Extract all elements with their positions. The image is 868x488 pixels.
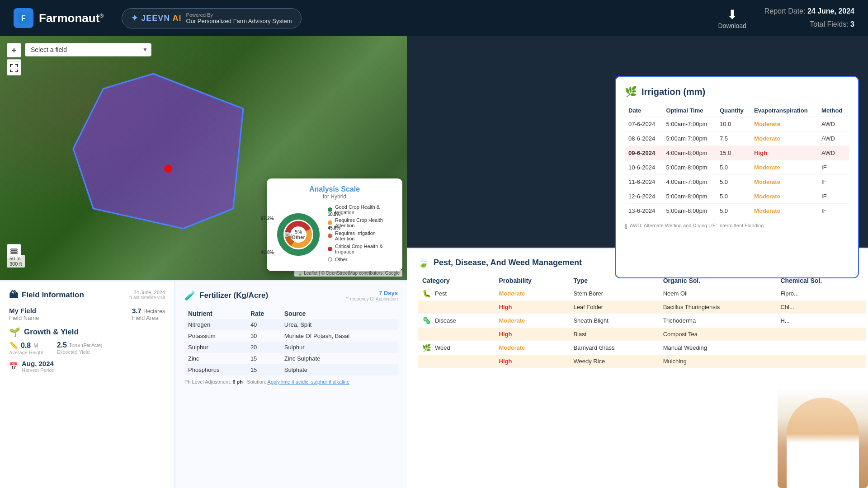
irr-date: 12-6-2024 bbox=[625, 189, 662, 204]
fullscreen-button[interactable] bbox=[7, 61, 21, 75]
irr-qty: 5.0 bbox=[716, 189, 750, 204]
pest-category bbox=[418, 301, 495, 314]
pest-type: Sheath Blight bbox=[569, 314, 658, 328]
pest-title: Pest, Disease, And Weed Management bbox=[434, 258, 582, 267]
download-button[interactable]: ⬇ Download bbox=[718, 7, 746, 29]
report-label: Report Date: bbox=[764, 7, 806, 15]
irr-evap: Moderate bbox=[750, 175, 818, 189]
logo-icon: F bbox=[14, 8, 33, 28]
last-satellite-label: *Last satellite visit bbox=[129, 295, 165, 300]
pest-type: Weedy Rice bbox=[569, 355, 658, 368]
map-container[interactable]: + − Select a field ▼ bbox=[0, 36, 407, 280]
avatar-image bbox=[778, 389, 868, 488]
field-name-label: Field Name bbox=[9, 314, 39, 321]
fert-nutrient: Nitrogen bbox=[184, 319, 247, 330]
irr-evap: Moderate bbox=[750, 189, 818, 204]
svg-rect-4 bbox=[11, 249, 17, 250]
legend-label-good: Good Crop Health & Irrigation bbox=[335, 204, 396, 215]
jeevn-logo: ✦ JEEVN Ai bbox=[131, 13, 181, 23]
irr-time: 5:00am-7:00pm bbox=[662, 117, 716, 131]
info-icon: ℹ bbox=[625, 223, 627, 230]
logo-area: F Farmonaut® bbox=[14, 8, 104, 28]
pct-458-label: 45.8% bbox=[328, 225, 340, 230]
calendar-icon: 📅 bbox=[9, 362, 18, 371]
fert-rate: 30 bbox=[247, 330, 281, 342]
legend-irrigation: Requires Irrigation Attention bbox=[328, 230, 396, 241]
pct-105-label: 10.5% bbox=[328, 212, 340, 217]
fertilizer-body: Nitrogen 40 Urea, Split Potassium 30 Mur… bbox=[184, 319, 398, 375]
analysis-content: 97.2% 10.5% 45.8% 5% 40.8% 5% Other bbox=[274, 204, 396, 264]
fert-row: Phosphorus 15 Sulphate bbox=[184, 364, 398, 375]
dropdown-arrow-icon: ▼ bbox=[142, 47, 148, 53]
irrigation-body: 07-6-2024 5:00am-7:00pm 10.0 Moderate AW… bbox=[625, 117, 849, 218]
expected-yield-item: 2.5 Tons (Per Acre) Expected Yield bbox=[57, 341, 103, 355]
pest-organic: Bacillus Thuringiensis bbox=[659, 301, 776, 314]
pest-chemical bbox=[776, 355, 866, 368]
pest-type: Barnyard Grass bbox=[569, 341, 658, 355]
scale-feet: 300 ft bbox=[9, 261, 22, 267]
legend-dot-other bbox=[328, 257, 332, 262]
irr-date: 09-6-2024 bbox=[625, 146, 662, 160]
pest-category: 🦠Disease bbox=[418, 314, 495, 328]
svg-marker-2 bbox=[73, 74, 243, 229]
total-fields-line: Total Fields: 3 bbox=[764, 18, 854, 31]
pest-row: High Blast Compost Tea bbox=[418, 328, 866, 341]
analysis-subtitle: for Hybrid bbox=[274, 193, 396, 200]
field-info-title: 🏔 Field Information bbox=[9, 290, 84, 300]
pct-408-label: 40.8% bbox=[261, 250, 274, 255]
irr-row: 13-6-2024 5:00am-8:00pm 5.0 Moderate IF bbox=[625, 204, 849, 218]
irr-evap: Moderate bbox=[750, 117, 818, 131]
irrigation-footnote: ℹ AWD: Alternate Wetting and Drying | IF… bbox=[625, 223, 849, 230]
logo-brand: Farmonaut bbox=[39, 11, 99, 25]
analysis-scale-popup: Analysis Scale for Hybrid bbox=[267, 178, 402, 271]
irr-time: 4:00am-7:00pm bbox=[662, 175, 716, 189]
field-info-header: 🏔 Field Information 24 June, 2024 *Last … bbox=[9, 290, 165, 300]
legend-label-crop-health: Requires Crop Health Attention bbox=[335, 217, 396, 228]
irr-row: 12-6-2024 5:00am-8:00pm 5.0 Moderate IF bbox=[625, 189, 849, 204]
growth-header: 🌱 Growth & Yield bbox=[9, 327, 165, 338]
pest-row: 🌿Weed Moderate Barnyard Grass Manual Wee… bbox=[418, 341, 866, 355]
zoom-in-button[interactable]: + bbox=[7, 43, 21, 57]
fert-rate: 20 bbox=[247, 342, 281, 353]
harvest-period-label: Harvest Period bbox=[22, 367, 55, 373]
irr-method: AWD bbox=[818, 117, 849, 131]
download-label: Download bbox=[718, 22, 746, 29]
irr-qty: 5.0 bbox=[716, 204, 750, 218]
yield-unit: Tons bbox=[69, 342, 80, 348]
irr-qty: 7.5 bbox=[716, 131, 750, 146]
irr-qty: 5.0 bbox=[716, 160, 750, 175]
pest-prob: High bbox=[495, 355, 569, 368]
field-info-date-value: 24 June, 2024 bbox=[129, 290, 165, 295]
pest-type: Stem Borer bbox=[569, 286, 658, 301]
pest-panel: 🍃 Pest, Disease, And Weed Management Cat… bbox=[407, 248, 868, 488]
footnote-text: AWD: Alternate Wetting and Drying | IF: … bbox=[630, 223, 764, 228]
jeevn-description: Powered By Our Personalized Farm Advisor… bbox=[186, 12, 292, 24]
pest-prob: Moderate bbox=[495, 286, 569, 301]
avg-height-label: Average Height bbox=[9, 350, 43, 355]
avg-height-item: 📏 0.8 M Average Height bbox=[9, 341, 43, 355]
right-panels: 🌿 Irrigation (mm) Date Optimal Time Quan… bbox=[407, 36, 868, 488]
total-fields-value: 3 bbox=[850, 20, 854, 28]
irr-time: 5:00am-8:00pm bbox=[662, 204, 716, 218]
pest-chemical bbox=[776, 328, 866, 341]
irr-row: 07-6-2024 5:00am-7:00pm 10.0 Moderate AW… bbox=[625, 117, 849, 131]
scale-meters: 50 m bbox=[9, 256, 22, 261]
bottom-panels: 🏔 Field Information 24 June, 2024 *Last … bbox=[0, 280, 407, 488]
irr-qty: 10.0 bbox=[716, 117, 750, 131]
irr-evap: Moderate bbox=[750, 131, 818, 146]
fertilizer-frequency: 7 Days *Frequency Of Application bbox=[345, 290, 398, 301]
solution-label: Solution: bbox=[247, 379, 266, 385]
powered-by-label: Powered By bbox=[186, 12, 292, 18]
jeevn-tagline: Our Personalized Farm Advisory System bbox=[186, 18, 292, 24]
legend-dot-good bbox=[328, 207, 332, 212]
field-select-dropdown[interactable]: Select a field bbox=[25, 43, 151, 56]
legend-label-critical: Critical Crop Health & Irrigation bbox=[335, 244, 396, 254]
field-area-unit: Hectares bbox=[143, 308, 165, 314]
pest-table: Category Probability Type Organic Sol. C… bbox=[418, 275, 866, 368]
fert-source: Urea, Split bbox=[281, 319, 398, 330]
total-fields-label: Total Fields: bbox=[810, 20, 848, 28]
avg-height-value: 0.8 bbox=[21, 342, 31, 350]
pest-organic: Manual Weeding bbox=[659, 341, 776, 355]
legend-dot-crop-health bbox=[328, 221, 332, 225]
legend-critical: Critical Crop Health & Irrigation bbox=[328, 244, 396, 254]
